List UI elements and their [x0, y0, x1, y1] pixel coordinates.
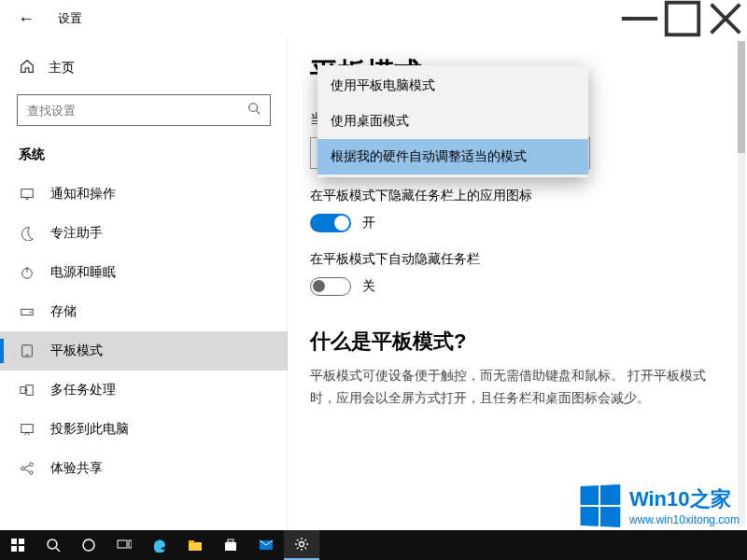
tablet-icon	[19, 343, 35, 359]
task-view-button[interactable]	[106, 530, 142, 560]
settings-icon[interactable]	[284, 530, 319, 560]
sidebar-item-label: 专注助手	[50, 225, 103, 242]
setting-label-hide-icons: 在平板模式下隐藏任务栏上的应用图标	[310, 188, 725, 204]
svg-rect-24	[11, 546, 17, 552]
svg-rect-23	[19, 539, 24, 544]
svg-rect-34	[228, 539, 233, 542]
what-description: 平板模式可使设备便于触控，而无需借助键盘和鼠标。 打开平板模式时，应用会以全屏方…	[310, 365, 725, 410]
home-icon	[19, 58, 35, 77]
sidebar-item-label: 投影到此电脑	[50, 421, 129, 438]
store-icon[interactable]	[213, 530, 248, 560]
svg-rect-1	[667, 3, 699, 35]
power-icon	[19, 264, 35, 281]
home-link[interactable]: 主页	[0, 54, 288, 94]
sidebar-item-power[interactable]: 电源和睡眠	[0, 253, 288, 292]
sidebar-item-label: 平板模式	[50, 343, 103, 359]
svg-point-4	[249, 104, 258, 112]
sidebar-item-label: 存储	[50, 303, 77, 320]
explorer-icon[interactable]	[177, 530, 213, 560]
svg-rect-32	[189, 540, 194, 543]
back-button[interactable]: ←	[11, 9, 41, 29]
sidebar-item-storage[interactable]: 存储	[0, 292, 288, 331]
section-heading: 系统	[0, 143, 288, 175]
sidebar-item-projecting[interactable]: 投影到此电脑	[0, 410, 288, 449]
svg-line-20	[24, 465, 29, 468]
project-icon	[19, 421, 35, 438]
start-button[interactable]	[0, 530, 35, 560]
moon-icon	[19, 225, 35, 242]
multitask-icon	[19, 382, 35, 399]
dropdown-option[interactable]: 使用桌面模式	[317, 104, 588, 139]
sidebar-item-notifications[interactable]: 通知和操作	[0, 175, 288, 214]
sidebar-item-label: 电源和睡眠	[50, 264, 116, 281]
dropdown-option[interactable]: 使用平板电脑模式	[317, 68, 588, 104]
minimize-button[interactable]	[618, 0, 661, 37]
svg-rect-33	[225, 542, 236, 551]
search-icon	[247, 102, 261, 119]
sidebar-item-label: 多任务处理	[50, 382, 116, 399]
sidebar-item-label: 通知和操作	[50, 186, 116, 203]
search-input-container[interactable]	[17, 94, 271, 126]
svg-point-19	[30, 471, 34, 475]
sidebar-item-focus-assist[interactable]: 专注助手	[0, 214, 288, 253]
close-button[interactable]	[704, 0, 747, 37]
taskbar[interactable]	[0, 530, 747, 560]
sidebar-item-label: 体验共享	[50, 460, 103, 477]
watermark: Win10之家 www.win10xitong.com	[579, 485, 740, 526]
watermark-title: Win10之家	[629, 485, 740, 513]
toggle-hide-taskbar[interactable]	[310, 277, 351, 296]
svg-point-10	[30, 312, 32, 314]
scrollbar-thumb[interactable]	[738, 41, 745, 153]
cortana-button[interactable]	[71, 530, 106, 560]
toggle-state-label: 关	[362, 278, 375, 295]
sidebar-item-tablet-mode[interactable]: 平板模式	[0, 331, 288, 371]
svg-rect-22	[11, 539, 17, 544]
scrollbar[interactable]	[738, 41, 745, 526]
svg-point-28	[83, 539, 94, 551]
svg-line-5	[257, 111, 261, 115]
svg-line-21	[24, 469, 29, 472]
svg-point-36	[300, 542, 304, 547]
svg-line-27	[56, 548, 60, 552]
mail-icon[interactable]	[248, 530, 284, 560]
svg-rect-31	[189, 542, 202, 551]
sidebar-item-multitasking[interactable]: 多任务处理	[0, 371, 288, 410]
svg-rect-29	[118, 540, 127, 548]
window-title: 设置	[58, 10, 82, 27]
search-input[interactable]	[27, 104, 247, 118]
maximize-button[interactable]	[661, 0, 704, 37]
home-label: 主页	[49, 60, 75, 77]
search-button[interactable]	[35, 530, 71, 560]
svg-point-26	[48, 539, 57, 549]
svg-point-17	[21, 467, 25, 470]
notification-icon	[19, 186, 35, 203]
setting-label-hide-taskbar: 在平板模式下自动隐藏任务栏	[310, 251, 725, 268]
svg-point-18	[30, 463, 34, 467]
svg-rect-25	[19, 546, 24, 552]
storage-icon	[19, 303, 35, 320]
edge-icon[interactable]	[142, 530, 177, 560]
sidebar-item-shared[interactable]: 体验共享	[0, 449, 288, 488]
toggle-state-label: 开	[362, 215, 375, 231]
dropdown-option-selected[interactable]: 根据我的硬件自动调整适当的模式	[317, 139, 588, 175]
windows-logo-icon	[580, 484, 620, 527]
watermark-url: www.win10xitong.com	[629, 513, 740, 526]
what-heading: 什么是平板模式?	[310, 328, 725, 356]
svg-rect-6	[21, 189, 33, 198]
svg-rect-30	[129, 540, 132, 548]
share-icon	[19, 460, 35, 477]
sign-in-mode-dropdown-list[interactable]: 使用平板电脑模式 使用桌面模式 根据我的硬件自动调整适当的模式	[317, 65, 588, 177]
toggle-hide-icons[interactable]	[310, 214, 351, 232]
